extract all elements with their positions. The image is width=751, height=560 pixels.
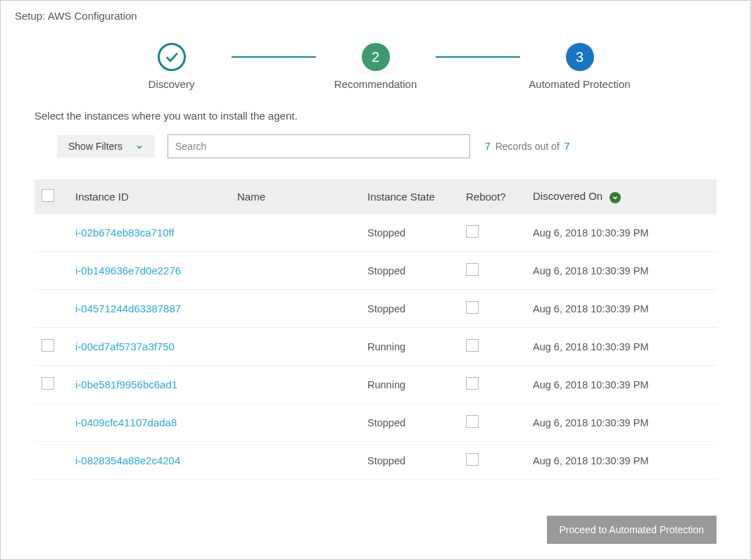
step-recommendation[interactable]: 2 Recommendation: [316, 43, 436, 90]
discovered-cell: Aug 6, 2018 10:30:39 PM: [526, 214, 717, 252]
step-label: Discovery: [149, 78, 195, 90]
step-connector: [436, 56, 520, 58]
select-all-checkbox[interactable]: [42, 189, 54, 202]
instance-id-link[interactable]: i-0b149636e7d0e2276: [75, 265, 181, 276]
row-select-checkbox[interactable]: [42, 339, 54, 352]
reboot-checkbox[interactable]: [466, 301, 479, 314]
show-filters-button[interactable]: Show Filters: [57, 135, 155, 158]
reboot-cell: [459, 214, 526, 252]
instance-id-cell: i-04571244d63387887: [68, 290, 230, 328]
name-cell: [230, 328, 360, 366]
count-shown: 7: [485, 141, 491, 152]
discovered-cell: Aug 6, 2018 10:30:39 PM: [526, 442, 717, 480]
show-filters-label: Show Filters: [68, 141, 122, 152]
page-title: Setup: AWS Configuration: [1, 1, 750, 29]
reboot-cell: [459, 366, 526, 404]
step-label: Automated Protection: [529, 78, 630, 90]
step-connector: [232, 56, 316, 58]
row-select-cell: [34, 366, 68, 404]
chevron-down-icon: [135, 142, 144, 151]
instances-table: Instance ID Name Instance State Reboot? …: [34, 179, 717, 480]
reboot-cell: [459, 290, 526, 328]
step-discovery[interactable]: Discovery: [112, 43, 232, 90]
col-instance-state[interactable]: Instance State: [360, 179, 459, 214]
name-cell: [230, 214, 360, 252]
state-cell: Stopped: [360, 290, 459, 328]
name-cell: [230, 290, 360, 328]
step-number-icon: 2: [362, 43, 390, 71]
row-select-cell: [34, 214, 68, 252]
col-discovered-on[interactable]: Discovered On: [526, 179, 717, 214]
state-cell: Running: [360, 328, 459, 366]
stepper: Discovery 2 Recommendation 3 Automated P…: [1, 43, 750, 90]
reboot-cell: [459, 328, 526, 366]
instance-id-cell: i-00cd7af5737a3f750: [68, 328, 230, 366]
reboot-checkbox[interactable]: [466, 415, 479, 428]
col-name[interactable]: Name: [230, 179, 360, 214]
col-instance-id[interactable]: Instance ID: [68, 179, 230, 214]
table-header-row: Instance ID Name Instance State Reboot? …: [34, 179, 717, 214]
instance-id-link[interactable]: i-02b674eb83ca710ff: [75, 227, 175, 238]
instance-id-cell: i-0be581f9956bc6ad1: [68, 366, 230, 404]
reboot-cell: [459, 252, 526, 290]
row-select-cell: [34, 328, 68, 366]
count-total: 7: [564, 141, 570, 152]
footer: Proceed to Automated Protection: [547, 516, 717, 544]
instance-id-link[interactable]: i-0828354a88e2c4204: [75, 454, 180, 466]
reboot-checkbox[interactable]: [466, 263, 479, 276]
col-reboot[interactable]: Reboot?: [459, 179, 526, 214]
step-automated-protection[interactable]: 3 Automated Protection: [520, 43, 640, 90]
instance-id-cell: i-0409cfc41107dada8: [68, 404, 230, 442]
state-cell: Stopped: [360, 404, 459, 442]
instance-id-cell: i-02b674eb83ca710ff: [68, 214, 230, 252]
search-input[interactable]: [168, 134, 470, 158]
name-cell: [230, 442, 360, 480]
reboot-checkbox[interactable]: [466, 453, 479, 466]
instance-id-cell: i-0b149636e7d0e2276: [68, 252, 230, 290]
reboot-checkbox[interactable]: [466, 339, 479, 352]
reboot-cell: [459, 442, 526, 480]
toolbar: Show Filters 7 Records out of 7: [1, 134, 750, 158]
step-number-icon: 3: [566, 43, 594, 71]
name-cell: [230, 404, 360, 442]
instructions-text: Select the instances where you want to i…: [1, 110, 750, 122]
table-row: i-0be581f9956bc6ad1 Running Aug 6, 2018 …: [34, 366, 717, 404]
state-cell: Stopped: [360, 442, 459, 480]
step-label: Recommendation: [334, 78, 417, 90]
table-row: i-0409cfc41107dada8 Stopped Aug 6, 2018 …: [34, 404, 717, 442]
instance-id-link[interactable]: i-04571244d63387887: [75, 303, 181, 314]
discovered-cell: Aug 6, 2018 10:30:39 PM: [526, 328, 717, 366]
table-row: i-04571244d63387887 Stopped Aug 6, 2018 …: [34, 290, 717, 328]
discovered-cell: Aug 6, 2018 10:30:39 PM: [526, 366, 717, 404]
row-select-checkbox[interactable]: [42, 377, 54, 390]
discovered-cell: Aug 6, 2018 10:30:39 PM: [526, 290, 717, 328]
discovered-cell: Aug 6, 2018 10:30:39 PM: [526, 252, 717, 290]
state-cell: Stopped: [360, 214, 459, 252]
state-cell: Stopped: [360, 252, 459, 290]
name-cell: [230, 252, 360, 290]
reboot-checkbox[interactable]: [466, 225, 479, 238]
instance-id-link[interactable]: i-0409cfc41107dada8: [75, 416, 177, 428]
table-row: i-00cd7af5737a3f750 Running Aug 6, 2018 …: [34, 328, 717, 366]
col-discovered-label: Discovered On: [533, 190, 602, 202]
reboot-cell: [459, 404, 526, 442]
row-select-cell: [34, 252, 68, 290]
select-all-header: [34, 179, 68, 214]
count-label: Records out of: [496, 141, 560, 152]
table-row: i-0b149636e7d0e2276 Stopped Aug 6, 2018 …: [34, 252, 717, 290]
instance-id-link[interactable]: i-00cd7af5737a3f750: [75, 341, 175, 352]
row-select-cell: [34, 442, 68, 480]
reboot-checkbox[interactable]: [466, 377, 479, 390]
state-cell: Running: [360, 366, 459, 404]
record-count: 7 Records out of 7: [483, 141, 572, 152]
instance-id-cell: i-0828354a88e2c4204: [68, 442, 230, 480]
row-select-cell: [34, 404, 68, 442]
row-select-cell: [34, 290, 68, 328]
table-row: i-0828354a88e2c4204 Stopped Aug 6, 2018 …: [34, 442, 717, 480]
discovered-cell: Aug 6, 2018 10:30:39 PM: [526, 404, 717, 442]
sort-desc-icon: [610, 192, 621, 203]
name-cell: [230, 366, 360, 404]
proceed-button[interactable]: Proceed to Automated Protection: [547, 516, 717, 544]
instance-id-link[interactable]: i-0be581f9956bc6ad1: [75, 378, 177, 390]
table-row: i-02b674eb83ca710ff Stopped Aug 6, 2018 …: [34, 214, 717, 252]
